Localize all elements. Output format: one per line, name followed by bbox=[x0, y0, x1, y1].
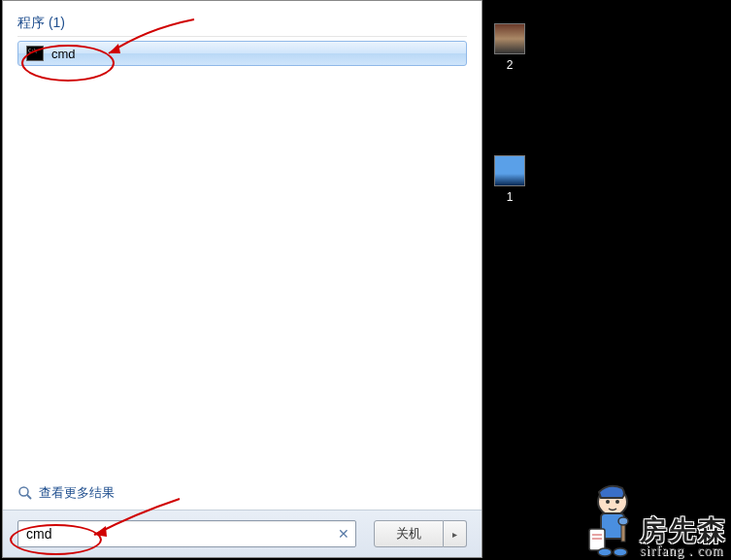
search-icon bbox=[17, 485, 33, 501]
clear-search-icon[interactable]: ✕ bbox=[332, 521, 355, 546]
photo-thumbnail-icon bbox=[494, 23, 525, 54]
search-results-area: 程序 (1) cmd bbox=[3, 1, 482, 475]
start-menu-bottom-bar: ✕ 关机 ▸ bbox=[3, 510, 482, 557]
svg-point-0 bbox=[19, 487, 28, 496]
search-input[interactable] bbox=[18, 526, 332, 542]
start-menu-panel: 程序 (1) cmd 查看更多结果 ✕ 关机 ▸ bbox=[2, 0, 482, 558]
shutdown-options-button[interactable]: ▸ bbox=[444, 520, 467, 547]
shutdown-button-group: 关机 ▸ bbox=[374, 520, 467, 547]
desktop-thumbnail-icon bbox=[494, 155, 525, 186]
desktop-icon-2[interactable]: 1 bbox=[490, 155, 529, 204]
result-label: cmd bbox=[51, 47, 76, 61]
svg-rect-11 bbox=[621, 524, 625, 542]
svg-point-5 bbox=[606, 500, 610, 504]
svg-point-6 bbox=[615, 500, 619, 504]
desktop-icon-label: 1 bbox=[490, 190, 529, 204]
mascot-icon bbox=[580, 480, 638, 558]
cmd-icon bbox=[26, 46, 44, 61]
watermark: 房先森 sirfang . com bbox=[580, 480, 727, 558]
svg-point-13 bbox=[598, 548, 612, 556]
svg-line-1 bbox=[27, 495, 31, 499]
svg-point-12 bbox=[618, 517, 628, 525]
watermark-text: 房先森 sirfang . com bbox=[640, 517, 727, 558]
watermark-title: 房先森 bbox=[640, 517, 727, 544]
shutdown-button[interactable]: 关机 bbox=[374, 520, 444, 547]
more-results-row[interactable]: 查看更多结果 bbox=[3, 475, 482, 510]
programs-section-header: 程序 (1) bbox=[17, 11, 467, 37]
search-box[interactable]: ✕ bbox=[17, 520, 356, 547]
svg-point-14 bbox=[614, 548, 627, 556]
desktop-icon-label: 2 bbox=[490, 58, 529, 72]
desktop-icon-1[interactable]: 2 bbox=[490, 23, 529, 72]
search-result-cmd[interactable]: cmd bbox=[17, 41, 467, 66]
more-results-link: 查看更多结果 bbox=[39, 484, 115, 502]
svg-rect-8 bbox=[589, 529, 605, 550]
watermark-url: sirfang . com bbox=[640, 544, 727, 558]
